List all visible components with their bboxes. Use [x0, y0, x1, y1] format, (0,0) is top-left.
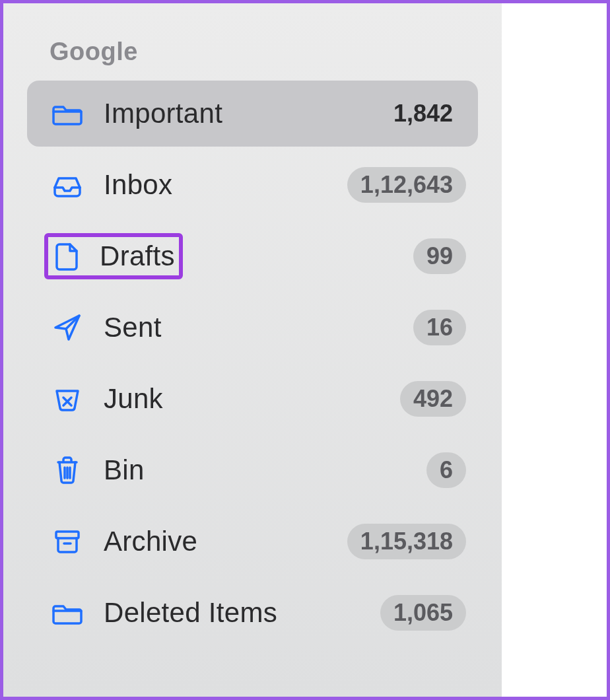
sidebar-item-label: Inbox: [104, 169, 347, 201]
folder-icon: [50, 96, 85, 131]
svg-rect-0: [56, 532, 79, 538]
count-badge: 1,842: [380, 96, 466, 131]
count-badge: 1,15,318: [347, 524, 466, 559]
sidebar-item-label: Important: [104, 98, 380, 129]
junk-icon: [50, 381, 85, 417]
sidebar-items-list: Important1,842Inbox1,12,643Drafts99Sent1…: [27, 81, 478, 646]
sidebar-item-label: Deleted Items: [104, 597, 380, 629]
sidebar-item-label: Archive: [104, 526, 347, 557]
sidebar-item-drafts[interactable]: Drafts99: [27, 223, 478, 289]
sidebar-item-archive[interactable]: Archive1,15,318: [27, 508, 478, 575]
sidebar-item-label: Sent: [104, 312, 413, 343]
count-badge: 6: [426, 452, 466, 488]
document-icon: [50, 238, 85, 274]
count-badge: 1,065: [380, 595, 466, 631]
trash-icon: [50, 452, 85, 488]
section-header[interactable]: Google: [50, 38, 478, 66]
app-frame: Google Important1,842Inbox1,12,643Drafts…: [0, 0, 610, 700]
count-badge: 1,12,643: [347, 167, 466, 203]
folder-icon: [50, 595, 85, 631]
archive-icon: [50, 524, 85, 559]
highlight-box: Drafts: [44, 233, 183, 279]
sidebar-item-label: Junk: [104, 383, 400, 415]
count-badge: 492: [400, 381, 466, 417]
sidebar-item-important[interactable]: Important1,842: [27, 81, 478, 147]
sidebar-item-sent[interactable]: Sent16: [27, 295, 478, 361]
count-badge: 16: [413, 310, 466, 345]
send-icon: [50, 310, 85, 345]
sidebar-item-label: Drafts: [100, 240, 175, 272]
sidebar-item-inbox[interactable]: Inbox1,12,643: [27, 152, 478, 218]
count-badge: 99: [413, 238, 466, 274]
sidebar-item-bin[interactable]: Bin6: [27, 437, 478, 503]
sidebar-item-label: Bin: [104, 454, 426, 486]
sidebar-item-junk[interactable]: Junk492: [27, 366, 478, 432]
content-area: [502, 3, 607, 697]
inbox-icon: [50, 167, 85, 203]
sidebar-item-deleted-items[interactable]: Deleted Items1,065: [27, 580, 478, 646]
mail-sidebar: Google Important1,842Inbox1,12,643Drafts…: [3, 3, 502, 697]
